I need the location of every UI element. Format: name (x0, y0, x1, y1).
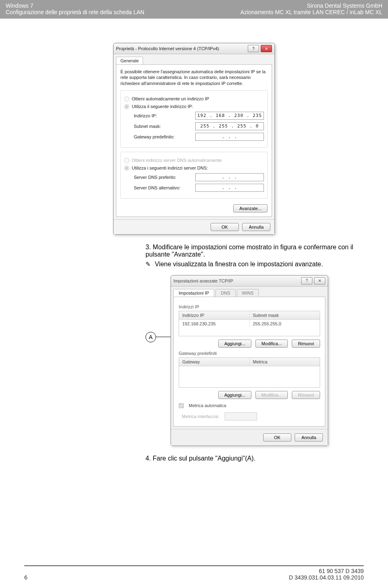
hdr-right-2: Azionamento MC XL tramite LAN CEREC / in… (240, 9, 382, 15)
step-3-result: Viene visualizzata la finestra con le im… (155, 261, 323, 268)
ok-button[interactable]: OK (211, 223, 239, 231)
advanced-button[interactable]: Avanzate... (233, 204, 268, 212)
col-ip: Indirizzo IP (179, 311, 250, 319)
callout-a: A (146, 332, 171, 342)
col-gateway: Gateway (179, 358, 250, 366)
radio-static-ip-label: Utilizza il seguente indirizzo IP: (132, 104, 193, 109)
col-metric: Metrica (250, 358, 320, 366)
close-icon: ✕ (265, 47, 268, 51)
footer-code2: D 3439.031.04.03.11 09.2010 (289, 574, 364, 581)
ip-table-row[interactable]: 192.168.230.235 255.255.255.0 (179, 320, 320, 328)
help-button[interactable]: ? (248, 45, 259, 52)
radio-auto-ip-label: Ottieni automaticamente un indirizzo IP (132, 96, 209, 101)
radio-static-ip[interactable]: Utilizza il seguente indirizzo IP: (124, 104, 264, 109)
radio-auto-dns-label: Ottieni indirizzo server DNS automaticam… (132, 158, 222, 163)
close-button[interactable]: ✕ (261, 45, 272, 52)
step-4: 4. Fare clic sul pulsante "Aggiungi"(A). (146, 455, 364, 462)
group-gw-label: Gateway predefiniti (179, 351, 320, 356)
radio-static-ip-input[interactable] (124, 104, 129, 109)
input-dns2[interactable]: . . . (195, 184, 264, 192)
dlg2-ok-button[interactable]: OK (263, 433, 291, 442)
cell-ip: 192.168.230.235 (179, 320, 250, 328)
radio-auto-ip[interactable]: Ottieni automaticamente un indirizzo IP (124, 96, 264, 102)
col-mask: Subnet mask (250, 311, 320, 319)
help-icon: ? (306, 278, 308, 283)
ip-remove-button[interactable]: Rimuovi (292, 340, 320, 348)
result-arrow-icon: ✎ (146, 261, 151, 268)
help-icon: ? (252, 47, 255, 51)
tab-generale[interactable]: Generale (116, 57, 143, 64)
radio-static-dns-label: Utilizza i seguenti indirizzi server DNS… (132, 166, 208, 170)
step-3: 3. Modificare le impostazioni come mostr… (146, 244, 364, 268)
hdr-right-1: Sirona Dental Systems GmbH (307, 2, 382, 9)
gateway-table: Gateway Metrica (179, 357, 320, 388)
label-mask: Subnet mask: (134, 124, 161, 129)
radio-auto-dns[interactable]: Ottieni indirizzo server DNS automaticam… (124, 158, 264, 163)
group-ip-label: Indirizzi IP (179, 304, 320, 309)
close-icon: ✕ (318, 278, 321, 283)
dlg2-help-button[interactable]: ? (301, 277, 312, 284)
tab-dns[interactable]: DNS (215, 289, 235, 297)
input-if-metric (225, 412, 257, 420)
label-auto-metric: Metrica automatica (189, 403, 226, 408)
dlg1-tabbar: Generale (114, 54, 274, 64)
page-footer: 61 90 537 D 3439 6 D 3439.031.04.03.11 0… (0, 565, 388, 581)
label-gateway: Gateway predefinito: (134, 134, 175, 139)
cancel-button[interactable]: Annulla (242, 223, 270, 231)
ip-table: Indirizzo IP Subnet mask 192.168.230.235… (179, 311, 320, 336)
dlg1-titlebar: Proprietà - Protocollo Internet versione… (114, 43, 274, 54)
label-ip: Indirizzo IP: (134, 113, 157, 118)
label-dns1: Server DNS preferito: (134, 175, 176, 180)
label-if-metric: Metrica interfaccia: (182, 414, 219, 419)
ip-edit-button[interactable]: Modifica... (255, 340, 288, 348)
step-4-num: 4. (146, 455, 151, 462)
gw-edit-button: Modifica... (255, 391, 288, 399)
radio-static-dns-input[interactable] (124, 166, 129, 171)
tab-impostazioni-ip[interactable]: Impostazioni IP (173, 289, 214, 297)
gw-remove-button: Rimuovi (292, 391, 320, 399)
gw-add-button[interactable]: Aggiungi... (218, 391, 251, 399)
dlg1-intro-text: È possibile ottenere l'assegnazione auto… (120, 69, 268, 86)
input-gateway[interactable]: . . . (195, 133, 264, 141)
input-ip[interactable]: 192 . 168 . 230 . 235 (195, 112, 264, 120)
dlg2-cancel-button[interactable]: Annulla (295, 433, 323, 442)
page-header: Windows 7 Sirona Dental Systems GmbH Con… (0, 0, 388, 19)
footer-page: 6 (24, 574, 27, 581)
dlg2-close-button[interactable]: ✕ (314, 277, 325, 284)
input-dns1[interactable]: . . . (195, 173, 264, 181)
callout-line (156, 337, 171, 337)
dlg1-title: Proprietà - Protocollo Internet versione… (116, 46, 219, 51)
dialog-ipv4-properties: Proprietà - Protocollo Internet versione… (113, 43, 275, 235)
step-3-text: Modificare le impostazioni come mostrato… (146, 244, 353, 258)
tab-wins[interactable]: WINS (237, 289, 259, 297)
hdr-left-1: Windows 7 (6, 2, 33, 9)
dlg2-title: Impostazioni avanzate TCP/IP (173, 278, 233, 283)
radio-static-dns[interactable]: Utilizza i seguenti indirizzi server DNS… (124, 166, 264, 171)
radio-auto-dns-input[interactable] (124, 158, 129, 163)
cell-mask: 255.255.255.0 (250, 320, 320, 328)
input-mask[interactable]: 255 . 255 . 255 . 0 (195, 122, 264, 130)
checkbox-auto-metric[interactable] (179, 403, 184, 408)
dlg2-titlebar: Impostazioni avanzate TCP/IP ? ✕ (171, 276, 328, 287)
label-dns2: Server DNS alternativo: (134, 185, 181, 190)
footer-code1: 61 90 537 D 3439 (319, 568, 364, 574)
radio-auto-ip-input[interactable] (124, 96, 129, 102)
ip-add-button[interactable]: Aggiungi... (218, 340, 251, 348)
step-3-num: 3. (146, 244, 151, 250)
hdr-left-2: Configurazione delle proprietà di rete d… (6, 9, 144, 15)
callout-letter: A (149, 334, 152, 340)
step-4-text: Fare clic sul pulsante "Aggiungi"(A). (153, 455, 255, 462)
dialog-tcpip-advanced: Impostazioni avanzate TCP/IP ? ✕ Imposta… (171, 275, 328, 446)
